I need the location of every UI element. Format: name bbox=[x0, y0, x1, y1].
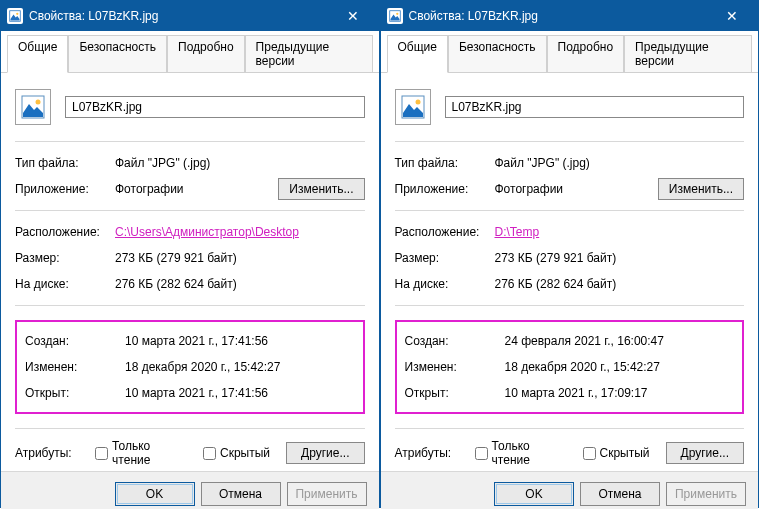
tab-security[interactable]: Безопасность bbox=[448, 35, 547, 72]
readonly-checkbox[interactable]: Только чтение bbox=[475, 439, 567, 467]
separator bbox=[395, 141, 745, 142]
attributes-label: Атрибуты: bbox=[395, 446, 469, 460]
modified-label: Изменен: bbox=[25, 360, 125, 374]
separator bbox=[395, 210, 745, 211]
filetype-value: Файл "JPG" (.jpg) bbox=[495, 156, 590, 170]
hidden-checkbox[interactable]: Скрытый bbox=[583, 446, 650, 460]
accessed-value: 10 марта 2021 г., 17:41:56 bbox=[125, 386, 268, 400]
window-title: Свойства: L07BzKR.jpg bbox=[29, 9, 333, 23]
size-label: Размер: bbox=[15, 251, 115, 265]
separator bbox=[395, 428, 745, 429]
tab-security[interactable]: Безопасность bbox=[68, 35, 167, 72]
created-value: 10 марта 2021 г., 17:41:56 bbox=[125, 334, 268, 348]
image-file-icon bbox=[7, 8, 23, 24]
readonly-label: Только чтение bbox=[112, 439, 187, 467]
image-file-icon bbox=[387, 8, 403, 24]
cancel-button[interactable]: Отмена bbox=[580, 482, 660, 506]
location-value: D:\Temp bbox=[495, 225, 540, 239]
size-label: Размер: bbox=[395, 251, 495, 265]
created-label: Создан: bbox=[25, 334, 125, 348]
location-label: Расположение: bbox=[395, 225, 495, 239]
filetype-label: Тип файла: bbox=[395, 156, 495, 170]
change-app-button[interactable]: Изменить... bbox=[658, 178, 744, 200]
titlebar[interactable]: Свойства: L07BzKR.jpg ✕ bbox=[381, 1, 759, 31]
readonly-label: Только чтение bbox=[492, 439, 567, 467]
svg-point-5 bbox=[36, 100, 41, 105]
file-type-icon bbox=[395, 89, 431, 125]
tab-content: Тип файла:Файл "JPG" (.jpg) Приложение:Ф… bbox=[1, 73, 379, 471]
ondisk-label: На диске: bbox=[395, 277, 495, 291]
tab-strip: Общие Безопасность Подробно Предыдущие в… bbox=[1, 31, 379, 73]
tab-general[interactable]: Общие bbox=[387, 35, 448, 73]
file-type-icon bbox=[15, 89, 51, 125]
tab-previous-versions[interactable]: Предыдущие версии bbox=[624, 35, 752, 72]
ok-button[interactable]: OK bbox=[494, 482, 574, 506]
hidden-label: Скрытый bbox=[220, 446, 270, 460]
filetype-label: Тип файла: bbox=[15, 156, 115, 170]
titlebar[interactable]: Свойства: L07BzKR.jpg ✕ bbox=[1, 1, 379, 31]
tab-strip: Общие Безопасность Подробно Предыдущие в… bbox=[381, 31, 759, 73]
ok-button[interactable]: OK bbox=[115, 482, 195, 506]
separator bbox=[15, 141, 365, 142]
tab-general[interactable]: Общие bbox=[7, 35, 68, 73]
other-attributes-button[interactable]: Другие... bbox=[666, 442, 744, 464]
window-title: Свойства: L07BzKR.jpg bbox=[409, 9, 713, 23]
close-button[interactable]: ✕ bbox=[712, 1, 752, 31]
svg-point-11 bbox=[415, 100, 420, 105]
separator bbox=[15, 428, 365, 429]
apply-button: Применить bbox=[666, 482, 746, 506]
tab-content: Тип файла:Файл "JPG" (.jpg) Приложение:Ф… bbox=[381, 73, 759, 471]
accessed-label: Открыт: bbox=[405, 386, 505, 400]
accessed-value: 10 марта 2021 г., 17:09:17 bbox=[505, 386, 648, 400]
accessed-label: Открыт: bbox=[25, 386, 125, 400]
application-label: Приложение: bbox=[15, 182, 115, 196]
dialog-footer: OK Отмена Применить bbox=[381, 471, 759, 509]
application-label: Приложение: bbox=[395, 182, 495, 196]
separator bbox=[15, 210, 365, 211]
properties-window-right: Свойства: L07BzKR.jpg ✕ Общие Безопаснос… bbox=[380, 0, 760, 508]
application-value: Фотографии bbox=[115, 182, 278, 196]
filename-input[interactable] bbox=[65, 96, 365, 118]
location-value: C:\Users\Администратор\Desktop bbox=[115, 225, 299, 239]
dates-highlight-box: Создан:10 марта 2021 г., 17:41:56 Измене… bbox=[15, 320, 365, 414]
application-value: Фотографии bbox=[495, 182, 658, 196]
tab-previous-versions[interactable]: Предыдущие версии bbox=[245, 35, 373, 72]
created-value: 24 февраля 2021 г., 16:00:47 bbox=[505, 334, 664, 348]
close-button[interactable]: ✕ bbox=[333, 1, 373, 31]
ondisk-value: 276 КБ (282 624 байт) bbox=[495, 277, 617, 291]
tab-details[interactable]: Подробно bbox=[167, 35, 245, 72]
dates-highlight-box: Создан:24 февраля 2021 г., 16:00:47 Изме… bbox=[395, 320, 745, 414]
tab-details[interactable]: Подробно bbox=[547, 35, 625, 72]
apply-button: Применить bbox=[287, 482, 367, 506]
properties-window-left: Свойства: L07BzKR.jpg ✕ Общие Безопаснос… bbox=[0, 0, 380, 508]
change-app-button[interactable]: Изменить... bbox=[278, 178, 364, 200]
ondisk-label: На диске: bbox=[15, 277, 115, 291]
size-value: 273 КБ (279 921 байт) bbox=[115, 251, 237, 265]
location-label: Расположение: bbox=[15, 225, 115, 239]
svg-point-2 bbox=[16, 13, 18, 15]
created-label: Создан: bbox=[405, 334, 505, 348]
hidden-checkbox[interactable]: Скрытый bbox=[203, 446, 270, 460]
modified-label: Изменен: bbox=[405, 360, 505, 374]
ondisk-value: 276 КБ (282 624 байт) bbox=[115, 277, 237, 291]
svg-point-8 bbox=[396, 13, 398, 15]
other-attributes-button[interactable]: Другие... bbox=[286, 442, 364, 464]
readonly-checkbox[interactable]: Только чтение bbox=[95, 439, 187, 467]
hidden-label: Скрытый bbox=[600, 446, 650, 460]
separator bbox=[15, 305, 365, 306]
cancel-button[interactable]: Отмена bbox=[201, 482, 281, 506]
dialog-footer: OK Отмена Применить bbox=[1, 471, 379, 509]
modified-value: 18 декабря 2020 г., 15:42:27 bbox=[125, 360, 280, 374]
filetype-value: Файл "JPG" (.jpg) bbox=[115, 156, 210, 170]
modified-value: 18 декабря 2020 г., 15:42:27 bbox=[505, 360, 660, 374]
attributes-label: Атрибуты: bbox=[15, 446, 89, 460]
separator bbox=[395, 305, 745, 306]
filename-input[interactable] bbox=[445, 96, 745, 118]
size-value: 273 КБ (279 921 байт) bbox=[495, 251, 617, 265]
